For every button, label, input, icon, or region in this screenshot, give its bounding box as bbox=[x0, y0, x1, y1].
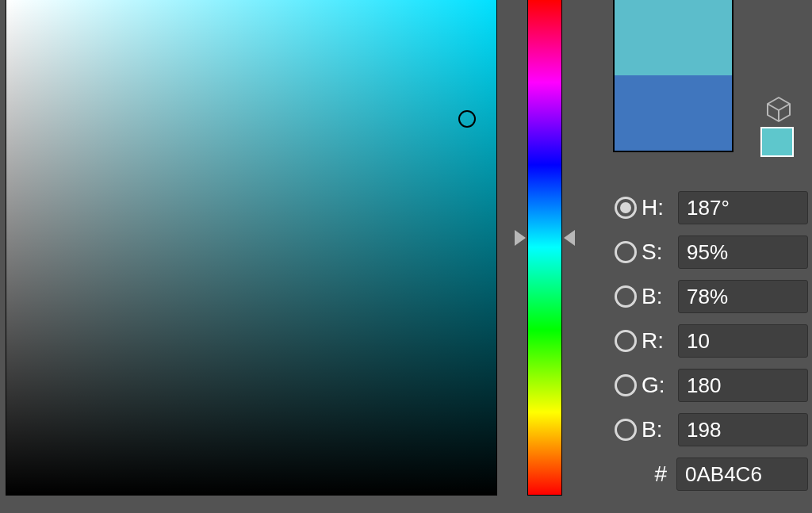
row-saturation: S: bbox=[615, 230, 808, 274]
radio-brightness[interactable] bbox=[615, 285, 637, 308]
saturation-brightness-field[interactable] bbox=[6, 0, 496, 495]
sb-black-gradient bbox=[6, 0, 496, 495]
cube-icon[interactable] bbox=[764, 95, 793, 124]
row-hue: H: bbox=[615, 186, 808, 230]
label-blue[interactable]: B: bbox=[642, 417, 673, 442]
websafe-color-swatch[interactable] bbox=[762, 128, 792, 155]
radio-saturation[interactable] bbox=[615, 241, 637, 263]
previous-color-swatch bbox=[615, 75, 732, 151]
radio-hue[interactable] bbox=[615, 197, 637, 219]
input-blue[interactable] bbox=[678, 413, 808, 446]
hue-slider-arrow-right-icon bbox=[564, 230, 575, 246]
label-hex: # bbox=[615, 461, 672, 487]
input-brightness[interactable] bbox=[678, 280, 808, 313]
row-hex: # bbox=[615, 452, 808, 496]
color-swatch-box[interactable] bbox=[615, 0, 732, 151]
label-red[interactable]: R: bbox=[642, 328, 673, 354]
radio-green[interactable] bbox=[615, 374, 637, 396]
label-saturation[interactable]: S: bbox=[642, 239, 673, 265]
hue-slider-arrow-left-icon bbox=[515, 230, 526, 246]
new-color-swatch bbox=[615, 0, 732, 75]
input-hue[interactable] bbox=[678, 191, 808, 224]
row-brightness: B: bbox=[615, 274, 808, 319]
radio-red[interactable] bbox=[615, 330, 637, 352]
label-brightness[interactable]: B: bbox=[642, 284, 673, 309]
hue-slider[interactable] bbox=[528, 0, 561, 495]
label-green[interactable]: G: bbox=[642, 373, 673, 398]
label-hue[interactable]: H: bbox=[642, 195, 673, 220]
row-red: R: bbox=[615, 319, 808, 363]
input-red[interactable] bbox=[678, 324, 808, 358]
row-green: G: bbox=[615, 363, 808, 408]
input-saturation[interactable] bbox=[678, 235, 808, 269]
color-value-rows: H: S: B: R: G: B: # bbox=[615, 186, 808, 496]
input-green[interactable] bbox=[678, 369, 808, 402]
input-hex[interactable] bbox=[676, 457, 808, 491]
radio-blue[interactable] bbox=[615, 419, 637, 441]
row-blue: B: bbox=[615, 408, 808, 452]
